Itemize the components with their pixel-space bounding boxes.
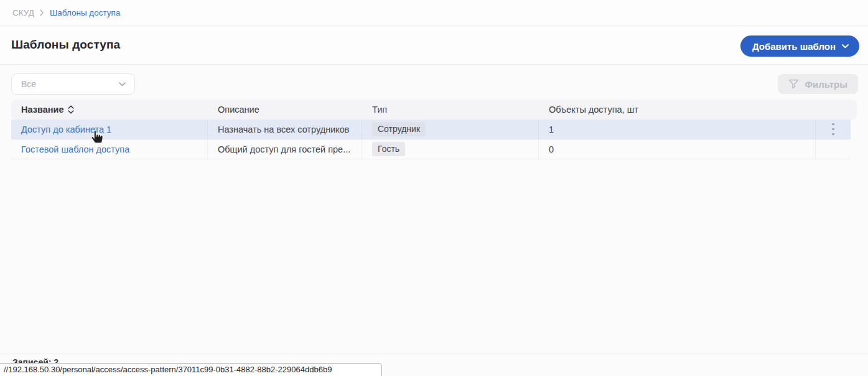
column-header-description: Описание xyxy=(208,105,362,115)
template-description: Общий доступ для гостей пре... xyxy=(208,139,362,159)
table-row[interactable]: Гостевой шаблон доступа Общий доступ для… xyxy=(11,139,851,159)
column-header-objects: Объекты доступа, шт xyxy=(539,105,816,115)
type-badge: Гость xyxy=(372,142,405,157)
chevron-down-icon xyxy=(842,44,849,49)
toolbar: Все Фильтры xyxy=(0,65,868,100)
column-header-type: Тип xyxy=(362,105,539,115)
template-link[interactable]: Доступ до кабинета 1 xyxy=(21,125,111,134)
objects-count: 0 xyxy=(539,139,816,159)
table-row[interactable]: Доступ до кабинета 1 Назначать на всех с… xyxy=(11,120,851,139)
type-badge: Сотрудник xyxy=(372,122,426,137)
type-filter-select[interactable]: Все xyxy=(11,73,135,95)
breadcrumb: СКУД Шаблоны доступа xyxy=(0,0,868,26)
objects-count: 1 xyxy=(539,120,816,139)
breadcrumb-item-access-templates[interactable]: Шаблоны доступа xyxy=(50,8,121,17)
template-link[interactable]: Гостевой шаблон доступа xyxy=(21,144,129,154)
chevron-down-icon xyxy=(119,82,126,87)
page-title: Шаблоны доступа xyxy=(11,38,120,52)
column-header-name[interactable]: Название xyxy=(11,105,208,115)
breadcrumb-item-skud[interactable]: СКУД xyxy=(12,8,34,17)
sort-icon[interactable] xyxy=(68,105,74,114)
table-header-row: Название Описание Тип Объекты доступа, ш… xyxy=(11,100,857,120)
type-filter-value: Все xyxy=(21,79,36,89)
add-template-button-label: Добавить шаблон xyxy=(752,41,836,52)
row-actions-kebab-icon[interactable] xyxy=(828,121,838,138)
funnel-icon xyxy=(788,79,799,89)
access-templates-table: Название Описание Тип Объекты доступа, ш… xyxy=(11,100,857,159)
add-template-button[interactable]: Добавить шаблон xyxy=(740,35,859,57)
filters-button[interactable]: Фильтры xyxy=(778,74,858,94)
template-description: Назначать на всех сотрудников xyxy=(208,120,362,139)
title-bar: Шаблоны доступа Добавить шаблон xyxy=(0,26,868,65)
chevron-right-icon xyxy=(40,9,44,16)
status-bar-url: //192.168.50.30/personal/access/access-p… xyxy=(0,363,382,376)
filters-button-label: Фильтры xyxy=(805,79,847,90)
footer-divider xyxy=(0,354,868,354)
